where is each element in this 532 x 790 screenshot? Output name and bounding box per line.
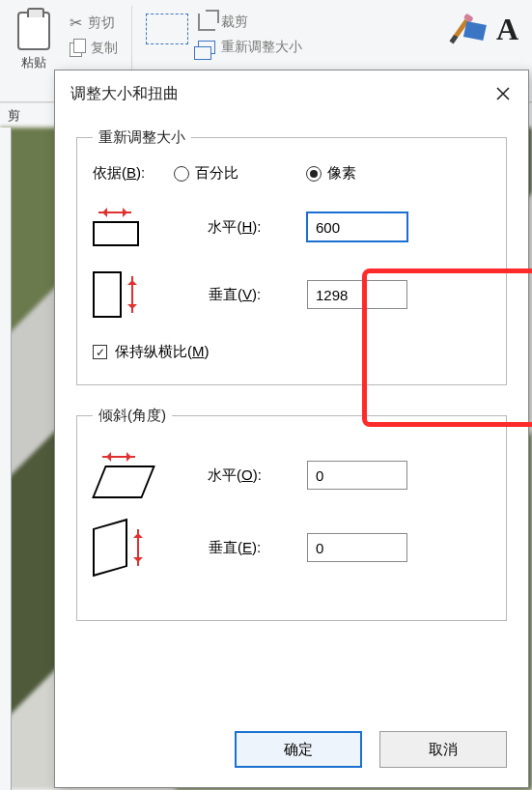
copy-icon — [70, 41, 85, 56]
close-icon — [496, 87, 510, 100]
radio-pixel-label: 像素 — [327, 164, 356, 183]
skew-fieldset: 倾斜(角度) 水平(O): — [76, 407, 507, 621]
radio-pixel-indicator — [306, 166, 322, 182]
skew-vertical-label: 垂直(E): — [162, 539, 307, 557]
dialog-title: 调整大小和扭曲 — [70, 84, 179, 104]
image-actions: 裁剪 重新调整大小 — [198, 6, 302, 56]
canvas-ruler-edge — [0, 127, 12, 790]
resize-horizontal-input[interactable] — [307, 212, 407, 241]
clipboard-sub-buttons: ✂ 剪切 复制 — [70, 6, 118, 57]
dialog-body: 重新调整大小 依据(B): 百分比 像素 — [55, 117, 528, 716]
clipboard-icon — [17, 12, 50, 50]
aspect-ratio-checkbox[interactable]: 保持纵横比(M) — [93, 343, 490, 361]
ok-button-label: 确定 — [284, 741, 313, 759]
clipboard-caption-text: 剪 — [8, 107, 20, 125]
copy-label: 复制 — [91, 40, 118, 57]
radio-percent-label: 百分比 — [195, 164, 238, 183]
radio-percent-indicator — [174, 166, 189, 182]
skew-horizontal-label: 水平(O): — [162, 466, 307, 485]
crop-icon — [198, 14, 215, 31]
fill-tool-icon[interactable] — [463, 21, 487, 41]
resize-legend: 重新调整大小 — [93, 128, 191, 147]
radio-percent[interactable]: 百分比 — [174, 164, 238, 183]
skew-horizontal-input[interactable] — [307, 461, 407, 490]
cut-label: 剪切 — [88, 14, 115, 32]
crop-button[interactable]: 裁剪 — [198, 14, 302, 31]
select-tool[interactable] — [146, 14, 188, 44]
radio-pixel[interactable]: 像素 — [306, 164, 356, 183]
skew-legend: 倾斜(角度) — [93, 407, 172, 425]
resize-fieldset: 重新调整大小 依据(B): 百分比 像素 — [76, 128, 507, 385]
dialog-titlebar: 调整大小和扭曲 — [55, 71, 528, 117]
vertical-skew-icon — [93, 523, 143, 572]
text-tool-icon[interactable]: A — [496, 12, 518, 47]
crop-label: 裁剪 — [221, 14, 248, 31]
close-button[interactable] — [490, 80, 517, 107]
ok-button[interactable]: 确定 — [235, 731, 362, 768]
checkbox-indicator — [93, 345, 107, 359]
basis-row: 依据(B): 百分比 像素 — [93, 164, 490, 183]
skew-vertical-row: 垂直(E): — [93, 523, 490, 572]
horizontal-resize-icon — [93, 208, 139, 246]
aspect-ratio-label: 保持纵横比(M) — [115, 343, 210, 361]
vertical-resize-icon — [93, 271, 137, 318]
skew-horizontal-row: 水平(O): — [93, 452, 490, 498]
resize-button[interactable]: 重新调整大小 — [198, 39, 302, 56]
resize-horizontal-label: 水平(H): — [162, 218, 307, 237]
resize-vertical-row: 垂直(V): — [93, 271, 490, 318]
cut-button[interactable]: ✂ 剪切 — [70, 14, 118, 32]
resize-skew-dialog: 调整大小和扭曲 重新调整大小 依据(B): 百分比 像素 — [54, 70, 529, 788]
copy-button[interactable]: 复制 — [70, 40, 118, 57]
cancel-button[interactable]: 取消 — [379, 731, 507, 768]
scissors-icon: ✂ — [70, 14, 82, 32]
paste-label: 粘贴 — [21, 54, 46, 71]
resize-label: 重新调整大小 — [221, 39, 302, 56]
resize-vertical-input[interactable] — [307, 280, 407, 309]
cancel-button-label: 取消 — [429, 741, 458, 759]
resize-horizontal-row: 水平(H): — [93, 208, 490, 246]
basis-label: 依据(B): — [93, 164, 145, 183]
tools-group: A — [449, 6, 524, 47]
paste-button[interactable]: 粘贴 — [8, 6, 60, 71]
dialog-footer: 确定 取消 — [55, 716, 528, 787]
resize-vertical-label: 垂直(V): — [162, 286, 307, 304]
image-group — [146, 6, 188, 44]
horizontal-skew-icon — [93, 452, 149, 498]
skew-vertical-input[interactable] — [307, 533, 407, 562]
resize-icon — [198, 41, 215, 54]
